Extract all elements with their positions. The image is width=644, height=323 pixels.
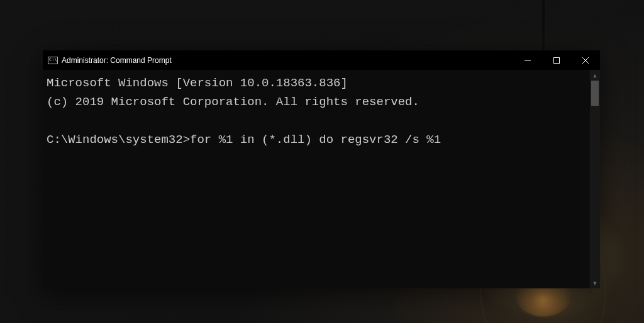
minimize-button[interactable] [513,50,542,70]
client-area: Microsoft Windows [Version 10.0.18363.83… [43,70,600,288]
maximize-button[interactable] [542,50,571,70]
terminal-output[interactable]: Microsoft Windows [Version 10.0.18363.83… [43,70,590,288]
svg-rect-0 [554,57,560,63]
minimize-icon [525,57,531,64]
window-title: Administrator: Command Prompt [62,56,172,65]
scrollbar-track[interactable] [590,81,600,278]
cmd-icon: C:\ [48,55,58,65]
scrollbar-down-arrow-icon[interactable]: ▼ [590,278,600,288]
maximize-icon [553,57,560,64]
close-button[interactable] [571,50,600,70]
command-prompt-window: C:\ Administrator: Command Prompt Micros… [43,50,600,288]
scrollbar-up-arrow-icon[interactable]: ▲ [590,70,600,81]
titlebar[interactable]: C:\ Administrator: Command Prompt [43,50,600,70]
scrollbar-thumb[interactable] [591,81,599,106]
vertical-scrollbar[interactable]: ▲ ▼ [590,70,600,288]
close-icon [582,57,589,64]
